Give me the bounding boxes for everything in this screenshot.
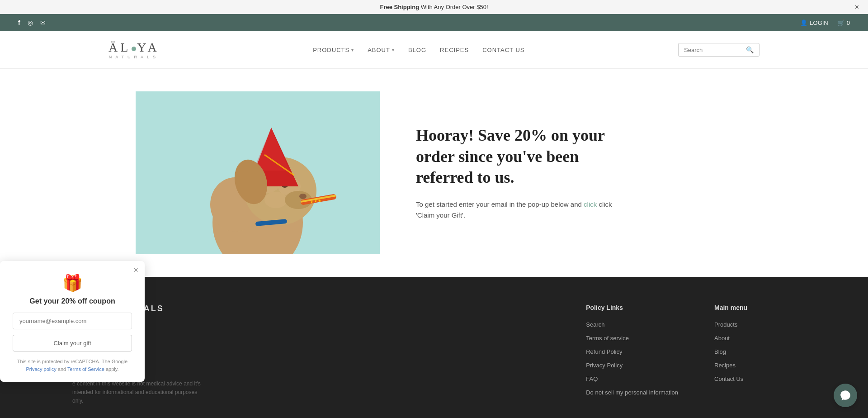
footer-link-search[interactable]: Search (586, 321, 604, 328)
footer-link-faq[interactable]: FAQ (586, 375, 598, 382)
popup-email-input[interactable] (13, 313, 132, 329)
hero-section: ★ ★ ★ Hooray! Save 20% on your order sin… (0, 69, 868, 277)
recaptcha-terms-link[interactable]: Terms of Service (67, 366, 104, 372)
footer-link-tos[interactable]: Terms of service (586, 335, 629, 342)
email-link[interactable] (40, 19, 46, 27)
facebook-icon (18, 19, 20, 26)
footer-link-item-dnssm: Do not sell my personal information (586, 388, 678, 396)
instagram-icon (28, 19, 33, 26)
search-box[interactable]: 🔍 (678, 43, 760, 57)
chat-bubble-button[interactable] (834, 384, 857, 407)
footer-menu-item-products: Products (714, 320, 796, 328)
footer-link-refund[interactable]: Refund Policy (586, 348, 622, 355)
nav-recipes[interactable]: RECIPES (440, 47, 469, 53)
coupon-popup: × 🎁 Get your 20% off coupon Claim your g… (0, 261, 145, 382)
footer-policy-links: Policy Links Search Terms of service Ref… (586, 304, 678, 406)
footer-link-item-search: Search (586, 320, 678, 328)
nav-blog[interactable]: BLOG (408, 47, 426, 53)
cart-icon: 🛒 (837, 19, 844, 26)
recaptcha-and: and (57, 366, 67, 372)
chat-icon (840, 390, 851, 401)
announcement-close-button[interactable]: × (855, 3, 859, 11)
user-icon: 👤 (800, 19, 807, 26)
nav-products-chevron: ▾ (351, 48, 354, 52)
cart-button[interactable]: 🛒 0 (837, 19, 850, 26)
nav-about-chevron: ▾ (392, 48, 395, 52)
instagram-link[interactable] (28, 19, 33, 27)
popup-claim-button[interactable]: Claim your gift (13, 335, 132, 352)
announcement-text: Free Shipping With Any Order Over $50! (380, 4, 488, 10)
popup-icon: 🎁 (13, 274, 132, 293)
announcement-normal: With Any Order Over $50! (419, 4, 488, 10)
nav-blog-label: BLOG (408, 47, 426, 53)
footer-policy-list: Search Terms of service Refund Policy Pr… (586, 320, 678, 396)
announcement-bar: Free Shipping With Any Order Over $50! × (0, 0, 868, 14)
footer-menu-item-contact: Contact Us (714, 375, 796, 383)
footer-link-privacy[interactable]: Privacy Policy (586, 362, 623, 369)
cart-count: 0 (847, 19, 850, 26)
footer-link-item-tos: Terms of service (586, 334, 678, 342)
nav-contact-label: CONTACT US (482, 47, 524, 53)
footer-disclaimer: e content in this website is not medical… (72, 380, 208, 406)
search-icon: 🔍 (746, 46, 754, 53)
nav-about-label: ABOUT (368, 47, 390, 53)
hero-image-bg: ★ ★ ★ (136, 91, 380, 254)
nav-recipes-label: RECIPES (440, 47, 469, 53)
recaptcha-text: This site is protected by reCAPTCHA. The… (17, 359, 127, 364)
hero-subtext: To get started enter your email in the p… (416, 199, 615, 221)
recaptcha-privacy-link[interactable]: Privacy policy (26, 366, 56, 372)
footer-menu-item-about: About (714, 334, 796, 342)
svg-point-6 (264, 192, 287, 208)
dog-illustration: ★ ★ ★ (136, 91, 380, 254)
login-label: LOGIN (810, 19, 828, 26)
footer-menu-recipes[interactable]: Recipes (714, 362, 736, 369)
footer-main-menu-list: Products About Blog Recipes Contact Us (714, 320, 796, 383)
nav-contact[interactable]: CONTACT US (482, 47, 524, 53)
footer-main-menu: Main menu Products About Blog Recipes Co… (714, 304, 796, 406)
footer-menu-contact[interactable]: Contact Us (714, 375, 743, 382)
top-nav-right: 👤 LOGIN 🛒 0 (800, 19, 850, 26)
hero-image: ★ ★ ★ (136, 91, 380, 254)
hero-subtext-highlight: click (582, 200, 597, 208)
header: ÄLYA NATURALS PRODUCTS ▾ ABOUT ▾ BLOG RE… (0, 31, 868, 69)
svg-point-8 (299, 194, 307, 199)
nav-products-label: PRODUCTS (313, 47, 349, 53)
footer-menu-about[interactable]: About (714, 335, 730, 342)
footer-link-dnssm[interactable]: Do not sell my personal information (586, 389, 678, 396)
social-links (18, 19, 46, 27)
nav-about[interactable]: ABOUT ▾ (368, 47, 395, 53)
popup-close-button[interactable]: × (133, 266, 138, 275)
logo-text: ÄLYA (108, 40, 160, 55)
popup-title: Get your 20% off coupon (13, 297, 132, 305)
logo-subtitle: NATURALS (109, 55, 159, 59)
nav-products[interactable]: PRODUCTS ▾ (313, 47, 354, 53)
footer-menu-item-blog: Blog (714, 347, 796, 356)
footer-link-item-refund: Refund Policy (586, 347, 678, 356)
popup-recaptcha-text: This site is protected by reCAPTCHA. The… (13, 358, 132, 373)
hero-heading: Hooray! Save 20% on your order since you… (416, 125, 615, 188)
logo[interactable]: ÄLYA NATURALS (108, 40, 160, 59)
footer-main-menu-title: Main menu (714, 304, 796, 311)
footer-menu-blog[interactable]: Blog (714, 348, 726, 355)
email-icon (40, 19, 46, 26)
login-link[interactable]: 👤 LOGIN (800, 19, 828, 26)
facebook-link[interactable] (18, 19, 20, 27)
announcement-bold: Free Shipping (380, 4, 419, 10)
hero-content: Hooray! Save 20% on your order since you… (380, 107, 651, 239)
footer-link-item-faq: FAQ (586, 375, 678, 383)
main-navigation: PRODUCTS ▾ ABOUT ▾ BLOG RECIPES CONTACT … (313, 47, 524, 53)
footer-menu-products[interactable]: Products (714, 321, 737, 328)
logo-dot (132, 47, 136, 51)
recaptcha-apply: apply. (104, 366, 119, 372)
footer-policy-title: Policy Links (586, 304, 678, 311)
footer-link-item-privacy: Privacy Policy (586, 361, 678, 369)
search-input[interactable] (684, 47, 742, 53)
footer-menu-item-recipes: Recipes (714, 361, 796, 369)
hero-subtext-part1: To get started enter your email in the p… (416, 200, 582, 208)
top-nav: 👤 LOGIN 🛒 0 (0, 14, 868, 31)
